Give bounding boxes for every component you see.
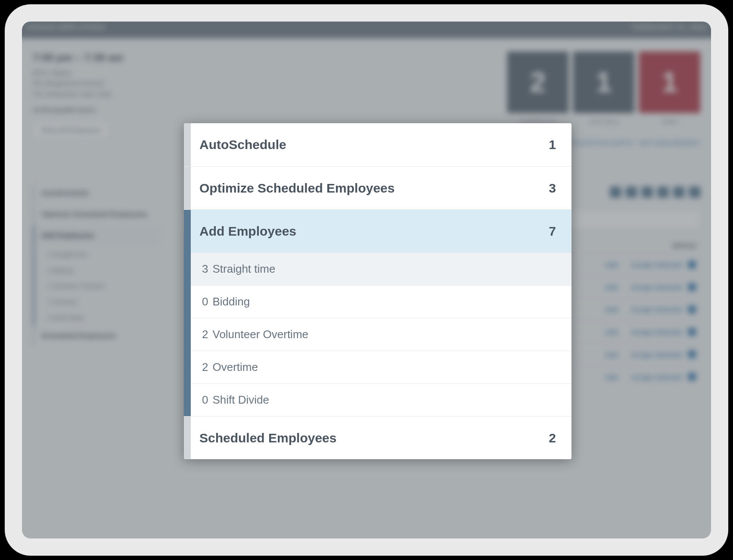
sub-label: Straight time — [212, 262, 275, 276]
section-count: 7 — [549, 224, 556, 239]
sub-count: 3 — [202, 262, 208, 276]
sub-count: 0 — [202, 295, 208, 308]
popover-subitems-add-employees: 3 Straight time 0 Bidding 2 Volunteer Ov… — [184, 252, 571, 416]
sub-label: Volunteer Overtime — [212, 328, 308, 341]
section-accent-bar — [184, 167, 191, 209]
popover-sub-overtime[interactable]: 2 Overtime — [191, 351, 571, 383]
sub-count: 2 — [202, 328, 208, 341]
section-count: 3 — [549, 181, 556, 196]
popover-sub-straight-time[interactable]: 3 Straight time — [191, 252, 571, 285]
section-title: Optimize Scheduled Employees — [191, 181, 549, 196]
sub-label: Overtime — [212, 361, 258, 374]
sub-count: 2 — [202, 361, 208, 374]
sub-label: Shift Divide — [212, 393, 269, 407]
section-accent-bar — [184, 417, 191, 459]
app-screen: ASSIGN EMPLOYEES FEBRUARY 13, 2022 7:00 … — [22, 22, 711, 538]
tablet-frame: ASSIGN EMPLOYEES FEBRUARY 13, 2022 7:00 … — [5, 4, 728, 556]
section-accent-bar — [184, 123, 191, 166]
popover-section-optimize[interactable]: Optimize Scheduled Employees 3 — [184, 166, 571, 209]
section-title: AutoSchedule — [191, 137, 549, 152]
sub-label: Bidding — [212, 295, 250, 308]
section-title: Scheduled Employees — [191, 431, 549, 445]
sub-count: 0 — [202, 393, 208, 407]
section-count: 2 — [549, 431, 556, 445]
section-count: 1 — [549, 137, 556, 152]
popover-sub-volunteer-overtime[interactable]: 2 Volunteer Overtime — [191, 318, 571, 351]
section-accent-bar — [184, 252, 191, 416]
popover-section-autoschedule[interactable]: AutoSchedule 1 — [184, 123, 571, 166]
section-accent-bar — [184, 210, 191, 252]
popover-sub-shift-divide[interactable]: 0 Shift Divide — [191, 383, 571, 416]
popover-section-add-employees[interactable]: Add Employees 7 — [184, 209, 571, 252]
popover-section-scheduled-employees[interactable]: Scheduled Employees 2 — [184, 416, 571, 459]
popover-sub-bidding[interactable]: 0 Bidding — [191, 285, 571, 318]
section-title: Add Employees — [191, 224, 549, 239]
navigation-popover: AutoSchedule 1 Optimize Scheduled Employ… — [184, 123, 571, 459]
